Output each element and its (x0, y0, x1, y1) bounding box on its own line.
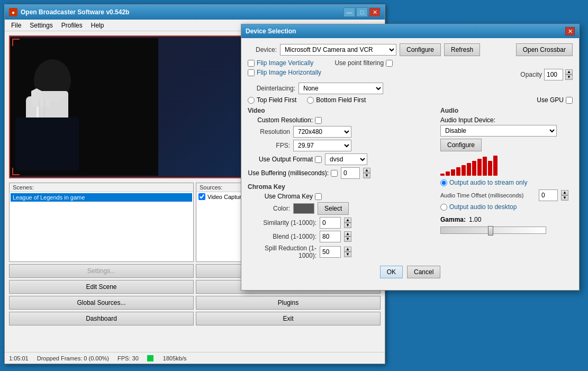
menu-help[interactable]: Help (87, 21, 108, 30)
deinterlacing-label: Deinterlacing: (248, 85, 295, 92)
similarity-input[interactable] (320, 217, 341, 229)
two-column-section: Video Custom Resolution: Resolution 720x… (248, 107, 573, 261)
color-swatch[interactable] (293, 203, 314, 214)
blend-up[interactable]: ▲ (344, 231, 351, 237)
obs-icon: ● (9, 8, 17, 16)
gamma-slider[interactable] (440, 227, 546, 234)
ok-button[interactable]: OK (380, 266, 403, 278)
device-selection-dialog: Device Selection ✕ Device: Microsoft DV … (241, 24, 580, 291)
exit-button[interactable]: Exit (196, 312, 381, 325)
similarity-down[interactable]: ▼ (344, 223, 351, 228)
output-desktop-radio[interactable] (440, 204, 447, 211)
configure-device-button[interactable]: Configure (400, 43, 441, 56)
select-color-button[interactable]: Select (318, 202, 349, 215)
blend-down[interactable]: ▼ (344, 237, 351, 242)
refresh-button[interactable]: Refresh (444, 43, 480, 56)
output-desktop-row: Output audio to desktop (440, 203, 573, 211)
fps-indicator (147, 355, 153, 361)
opacity-row: Opacity ▲ ▼ (520, 69, 573, 80)
gamma-thumb (488, 226, 493, 236)
meter-bar (456, 167, 460, 176)
plugins-button[interactable]: Plugins (196, 296, 381, 310)
fps-select[interactable]: 29.97 (293, 140, 351, 151)
opacity-up[interactable]: ▲ (565, 69, 573, 75)
buffering-up[interactable]: ▲ (363, 168, 370, 173)
maximize-button[interactable]: □ (356, 7, 368, 17)
spill-down[interactable]: ▼ (344, 252, 351, 257)
output-stream-radio[interactable] (440, 179, 447, 186)
use-gpu-checkbox[interactable] (566, 97, 573, 104)
cancel-button[interactable]: Cancel (407, 266, 440, 278)
bottom-field-first-radio[interactable] (307, 97, 314, 104)
meter-bar (451, 169, 455, 176)
blend-input[interactable] (320, 231, 341, 242)
audio-offset-down[interactable]: ▼ (561, 195, 568, 201)
similarity-label: Similarity (1-1000): (248, 219, 316, 227)
audio-input-device-label: Audio Input Device: (440, 116, 573, 124)
spill-reduction-spinner: ▲ ▼ (344, 247, 351, 257)
resolution-label: Resolution (248, 128, 290, 135)
edit-scene-button[interactable]: Edit Scene (9, 280, 194, 294)
menu-profiles[interactable]: Profiles (57, 21, 87, 30)
audio-input-device-select[interactable]: Disable (440, 125, 557, 137)
source-checkbox[interactable] (198, 193, 205, 200)
output-format-checkbox[interactable] (315, 156, 322, 163)
buffering-input[interactable] (341, 167, 360, 179)
global-sources-button[interactable]: Global Sources... (9, 296, 194, 310)
deinterlacing-select[interactable]: None (298, 83, 383, 94)
opacity-label: Opacity (520, 71, 542, 78)
meter-bar (488, 161, 492, 176)
device-select[interactable]: Microsoft DV Camera and VCR (280, 44, 396, 56)
buffering-checkbox[interactable] (331, 170, 338, 177)
buffering-down[interactable]: ▼ (363, 173, 370, 178)
opacity-spinner: ▲ ▼ (565, 69, 573, 80)
scenes-list: League of Legends in game (10, 192, 193, 203)
open-crossbar-button[interactable]: Open Crossbar (516, 43, 573, 56)
color-row: Color: Select (248, 202, 436, 215)
output-stream-label: Output audio to stream only (440, 179, 573, 186)
audio-offset-up[interactable]: ▲ (561, 190, 568, 195)
similarity-row: Similarity (1-1000): ▲ ▼ (248, 217, 436, 229)
buffering-label: Use Buffering (milliseconds): (248, 169, 338, 177)
opacity-input[interactable] (544, 69, 563, 80)
audio-time-offset-input[interactable] (539, 189, 558, 201)
custom-resolution-checkbox[interactable] (315, 117, 322, 124)
menu-file[interactable]: File (7, 21, 25, 30)
audio-configure-button[interactable]: Configure (440, 139, 482, 151)
flip-vertical-checkbox[interactable] (248, 60, 255, 67)
gamma-label: Gamma: (440, 216, 466, 223)
flip-horizontal-label: Flip Image Horizontally (248, 69, 321, 76)
use-chroma-key-label: Use Chroma Key (248, 193, 322, 200)
dialog-close-button[interactable]: ✕ (565, 27, 575, 35)
output-format-label: Use Output Format (248, 156, 322, 163)
meter-bar (467, 163, 471, 176)
output-format-select[interactable]: dvsd (325, 153, 367, 165)
top-field-first-radio[interactable] (248, 97, 255, 104)
blend-spinner: ▲ ▼ (344, 231, 351, 242)
opacity-down[interactable]: ▼ (565, 75, 573, 80)
dashboard-button[interactable]: Dashboard (9, 312, 194, 325)
point-filtering-checkbox[interactable] (386, 60, 393, 67)
settings-button[interactable]: Settings... (9, 264, 194, 278)
meter-bar (493, 156, 497, 176)
corner-tl (12, 39, 20, 46)
obs-title: Open Broadcaster Software v0.542b (21, 8, 343, 16)
output-stream-row: Output audio to stream only (440, 179, 573, 186)
flip-horizontal-row: Flip Image Horizontally (248, 69, 321, 80)
flip-horizontal-checkbox[interactable] (248, 69, 255, 76)
menu-settings[interactable]: Settings (25, 21, 57, 30)
status-bar: 1:05:01 Dropped Frames: 0 (0.00%) FPS: 3… (5, 352, 385, 364)
use-chroma-key-checkbox[interactable] (315, 193, 322, 200)
close-button[interactable]: ✕ (369, 7, 381, 17)
buffering-spinner: ▲ ▼ (363, 168, 370, 178)
scene-item-lol[interactable]: League of Legends in game (11, 193, 192, 202)
spill-up[interactable]: ▲ (344, 247, 351, 252)
output-desktop-label: Output audio to desktop (440, 203, 573, 211)
minimize-button[interactable]: — (343, 7, 355, 17)
spill-reduction-input[interactable] (320, 246, 341, 258)
meter-bar (446, 171, 450, 176)
resolution-select[interactable]: 720x480 (293, 126, 351, 138)
similarity-up[interactable]: ▲ (344, 218, 351, 223)
spill-reduction-row: Spill Reduction (1-1000): ▲ ▼ (248, 245, 436, 259)
flip-filter-rows: Flip Image Vertically Use point filterin… (248, 59, 573, 67)
